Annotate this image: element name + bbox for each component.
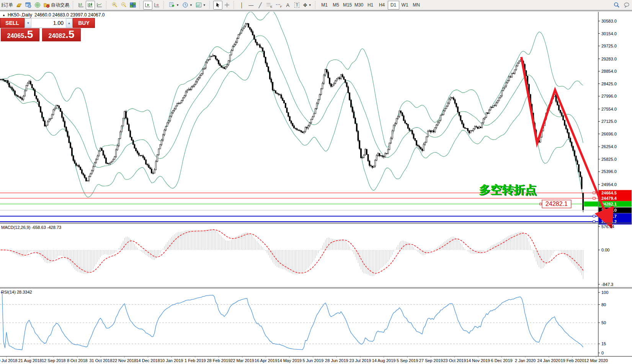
time-axis-label[interactable]: 14 Aug 2019 [372,358,396,363]
time-axis-label[interactable]: 23 Jul 2019 [349,358,371,363]
tile-windows-button[interactable] [128,1,137,10]
time-axis-label[interactable]: 19 Feb 2020 [561,358,585,363]
toolbar-separator [106,1,108,9]
green-price-marker [584,201,598,206]
time-axis-label[interactable]: 23 Oct 2019 [443,358,466,363]
trend-arrow[interactable] [521,57,609,222]
rsi-indicator-label: RSI(14) 28.3342 [1,290,32,294]
turning-point-annotation[interactable]: 多空转折点 [479,183,536,196]
price-axis-label: 27996.0 [601,94,617,98]
timeframe-M1[interactable]: M1 [319,1,330,10]
time-axis-label[interactable]: 30 Jul 2018 [0,358,17,363]
zoom-in-button[interactable] [110,1,119,10]
timeframe-D1[interactable]: D1 [388,1,399,10]
chart-canvas[interactable]: 30583.030154.029725.029283.028854.028425… [0,11,632,364]
trendline-tool[interactable]: ╱ [256,1,265,10]
time-axis-label[interactable]: 27 Sep 2019 [419,358,443,363]
time-axis-label[interactable]: 21 Aug 2018 [18,358,42,363]
signal-button[interactable] [33,1,42,10]
new-order-button[interactable]: 新订单 [1,1,15,10]
sell-price[interactable]: 24065 .5 [1,28,39,41]
buy-price[interactable]: 24082 .5 [42,28,81,41]
fibonacci-tool[interactable]: 𝄙E [265,1,274,10]
search-icon[interactable] [614,2,620,8]
timeframe-MN[interactable]: MN [411,1,422,10]
sell-button[interactable]: SELL [0,18,24,28]
hline-handle[interactable] [593,192,595,194]
bar-chart-icon [78,2,84,8]
time-axis-label[interactable]: 31 Oct 2018 [89,358,112,363]
time-axis-label[interactable]: 28 Feb 2019 [207,358,231,363]
timeframe-H4[interactable]: H4 [376,1,388,10]
gold-bar-icon [16,2,22,8]
time-axis-label[interactable]: 14 May 2019 [277,358,302,363]
timeframe-W1[interactable]: W1 [399,1,411,10]
time-axis-label[interactable]: 12 Sep 2018 [42,358,65,363]
time-axis-label[interactable]: 22 Nov 2018 [113,358,136,363]
fibonacci-icon: 𝄙E [266,2,273,8]
period-button[interactable]: ▼ [181,1,194,10]
candlestick-chart-button[interactable] [86,1,95,10]
time-axis-label[interactable]: 28 Jun 2019 [325,358,348,363]
template-button[interactable]: ▼ [194,1,207,10]
time-axis-label[interactable]: 5 Sep 2019 [397,358,418,363]
price-tag-handle[interactable] [540,203,542,205]
timeframe-M15[interactable]: M15 [342,1,353,10]
template-caret: ▼ [203,3,206,7]
autotrade-button[interactable]: 自动交易 [42,1,71,10]
time-axis-label[interactable]: 14 Dec 2018 [136,358,160,363]
timeframe-group: M1M5M15M30H1H4D1W1MN [318,0,423,10]
price-axis-label: 26254.0 [601,144,617,149]
rsi-axis-label: 100 [601,290,608,295]
hline-handle[interactable] [593,197,595,199]
trendline-icon: ╱ [259,2,262,8]
price-axis-label: 28854.0 [601,69,617,73]
price-axis-label: 25825.0 [601,157,617,162]
time-axis-label[interactable]: 16 Apr 2019 [255,358,277,363]
price-level-axis-label: 24664.5 [601,191,617,195]
time-axis-label[interactable]: 24 Jan 2020 [537,358,561,363]
time-axis-label[interactable]: 22 Mar 2019 [230,358,254,363]
time-axis-label[interactable]: 2 Jan 2020 [515,358,536,363]
line-chart-button[interactable] [95,1,104,10]
time-axis-label[interactable]: 5 Jun 2019 [303,358,323,363]
grid-tool[interactable]: ⋯F [274,1,283,10]
zoom-out-button[interactable] [119,1,128,10]
timeframe-M5[interactable]: M5 [330,1,342,10]
clock-icon [182,2,188,8]
cursor-tool-button[interactable] [213,1,222,10]
add-indicator-button[interactable]: ▼ [167,1,181,10]
price-axis-label: 27125.0 [601,119,617,124]
crosshair-tool-button[interactable] [222,1,232,10]
toolbar-separator [139,1,141,9]
timeframe-M30[interactable]: M30 [353,1,365,10]
time-axis-label[interactable]: 1 Feb 2019 [185,358,206,363]
time-axis-label[interactable]: 14 Nov 2019 [466,358,490,363]
vertical-line-tool[interactable]: │ [237,1,247,10]
arrows-tool[interactable]: ✥▼ [302,1,313,10]
chat-icon[interactable] [624,2,630,8]
hline-handle[interactable] [593,220,595,223]
horizontal-line-tool[interactable]: — [247,1,256,10]
time-axis-label[interactable]: 6 Dec 2019 [491,358,512,363]
label-tool[interactable]: T [292,1,302,10]
timeframe-H1[interactable]: H1 [365,1,376,10]
text-tool[interactable]: A [283,1,292,10]
mt4-window: 新订单 自动交易 [0,0,632,364]
gold-icon-button[interactable] [15,1,24,10]
volume-value[interactable]: 1.00 [31,18,66,28]
chart-shift-button[interactable] [152,1,162,10]
volume-decrease-button[interactable]: ▼ [25,18,31,28]
auto-scroll-button[interactable] [143,1,152,10]
bar-chart-button[interactable] [77,1,86,10]
time-axis-label[interactable]: 8 Oct 2018 [67,358,88,363]
hline-handle[interactable] [593,215,595,217]
buy-button[interactable]: BUY [73,18,95,28]
price-axis-label: 25396.0 [601,169,617,174]
market-watch-button[interactable] [24,1,33,10]
time-axis-label[interactable]: 10 Jan 2019 [160,358,183,363]
volume-increase-button[interactable]: ▲ [66,18,72,28]
tile-windows-icon [130,2,136,8]
time-axis-label[interactable]: 12 Mar 2020 [584,358,608,363]
crosshair-icon [224,2,230,8]
